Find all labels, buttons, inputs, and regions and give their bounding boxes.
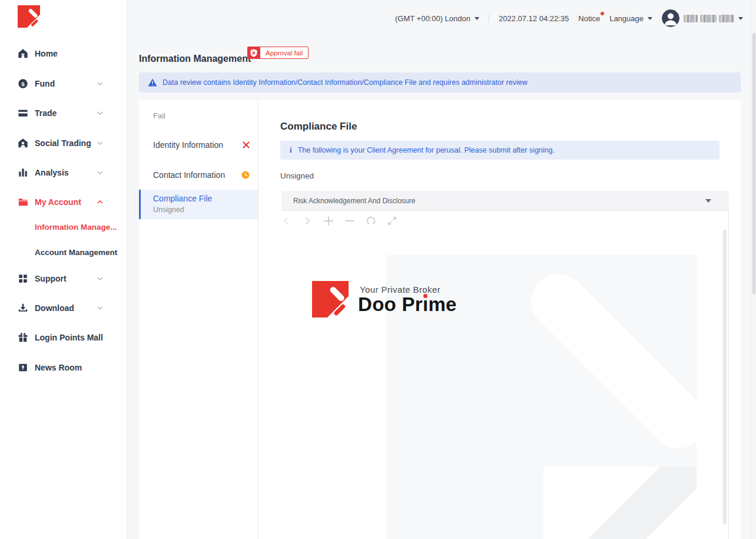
chevron-down-icon: [97, 111, 103, 115]
sidebar: Home $ Fund Trade Social Trading Analysi…: [0, 0, 127, 539]
chevron-up-icon: [97, 200, 103, 204]
caret-down-icon: [648, 17, 652, 20]
caret-down-icon: [705, 199, 711, 203]
sidebar-item-social-trading[interactable]: Social Trading: [18, 137, 121, 150]
review-nav-label: Contact Information: [153, 170, 225, 180]
sidebar-item-label: News Room: [35, 363, 82, 372]
sidebar-item-download[interactable]: Download: [18, 302, 121, 315]
pdf-brand-name: Doo Prıme: [358, 293, 457, 316]
review-nav-sublabel: Unsigned: [153, 206, 184, 214]
user-name-redacted: [684, 15, 734, 22]
warning-triangle-icon: [148, 78, 157, 87]
review-nav-label: Identity Information: [153, 140, 223, 150]
sidebar-item-trade[interactable]: Trade: [18, 107, 121, 120]
sidebar-item-label: Social Trading: [35, 138, 91, 148]
sidebar-item-label: Fund: [35, 79, 55, 88]
sidebar-item-label: Trade: [35, 108, 57, 118]
notice-label: Notice: [578, 14, 600, 23]
divider: [258, 100, 258, 539]
review-nav-contact-information[interactable]: Contact Information: [139, 162, 258, 188]
zoom-in-button[interactable]: [324, 216, 333, 226]
datetime-label: 2022.07.12 04:22:35: [499, 14, 569, 23]
fullscreen-button[interactable]: [387, 216, 397, 226]
pdf-scrollbar-thumb[interactable]: [723, 230, 727, 524]
sidebar-item-support[interactable]: Support: [18, 272, 121, 285]
chevron-down-icon: [97, 277, 103, 280]
language-label: Language: [609, 14, 644, 23]
shield-x-icon: [247, 47, 260, 59]
pdf-toolbar: [281, 212, 397, 230]
home-icon: [18, 48, 28, 59]
review-nav-label: Compliance File: [153, 194, 212, 203]
sidebar-subitem-label: Information Manage...: [35, 223, 117, 232]
notice-link[interactable]: Notice: [578, 14, 600, 23]
watermark-slash: [520, 263, 697, 459]
chevron-down-icon: [97, 141, 103, 145]
sidebar-item-label: Support: [35, 274, 67, 283]
alert-text: Data review contains Identity Informatio…: [163, 78, 528, 87]
sidebar-item-label: Analysis: [35, 168, 69, 177]
red-dot: [423, 294, 427, 298]
info-banner: i The following is your Client Agreement…: [280, 141, 719, 160]
review-nav-compliance-file[interactable]: Compliance File Unsigned: [139, 190, 258, 219]
topbar: (GMT +00:00) London 2022.07.12 04:22:35 …: [127, 0, 743, 37]
approval-fail-badge: Approval fail: [247, 47, 309, 59]
sidebar-item-login-points-mall[interactable]: Login Points Mall: [18, 331, 121, 344]
document-select-value: Risk Acknowledgement And Disclosure: [293, 197, 415, 205]
sidebar-item-analysis[interactable]: Analysis: [18, 166, 121, 179]
watermark-slash: [563, 467, 697, 539]
sidebar-subitem-account-management[interactable]: Account Management: [35, 246, 117, 258]
next-page-button[interactable]: [303, 216, 312, 226]
caret-down-icon: [738, 17, 743, 20]
pdf-viewer-edge: [728, 211, 729, 539]
trade-icon: [18, 108, 28, 118]
chevron-down-icon: [97, 306, 103, 310]
sidebar-item-home[interactable]: Home: [18, 47, 121, 60]
approval-fail-label: Approval fail: [260, 47, 309, 59]
fail-x-icon: [243, 141, 250, 148]
user-menu[interactable]: [662, 9, 743, 27]
page-scrollbar-thumb[interactable]: [752, 33, 755, 295]
info-banner-text: The following is your Client Agreement f…: [298, 146, 555, 154]
gift-icon: [18, 332, 28, 343]
sidebar-item-label: Login Points Mall: [35, 333, 103, 342]
sidebar-item-fund[interactable]: $ Fund: [18, 77, 121, 90]
zoom-out-button[interactable]: [345, 216, 354, 226]
doo-prime-logo-icon[interactable]: [18, 5, 40, 28]
chevron-down-icon: [97, 171, 103, 174]
news-icon: [18, 362, 28, 373]
watermark-notch: [543, 467, 697, 539]
pending-clock-icon: [241, 171, 250, 179]
sidebar-subitem-label: Account Management: [35, 248, 117, 257]
sidebar-item-news-room[interactable]: News Room: [18, 361, 121, 374]
sidebar-item-my-account[interactable]: My Account: [18, 196, 121, 209]
divider: [489, 14, 489, 22]
download-icon: [18, 303, 28, 313]
brand-dotted-i: ı: [423, 293, 428, 315]
caret-down-icon: [475, 17, 479, 20]
doo-prime-logo-icon: [312, 281, 349, 318]
sidebar-subitem-information-management[interactable]: Information Manage...: [35, 221, 117, 233]
info-icon: i: [290, 146, 292, 155]
sidebar-item-label: My Account: [35, 197, 81, 207]
notification-dot: [601, 12, 604, 15]
review-nav-identity-information[interactable]: Identity Information: [139, 132, 258, 158]
avatar: [662, 9, 679, 27]
folder-icon: [18, 197, 28, 207]
sidebar-item-label: Download: [35, 303, 74, 313]
review-status-group-label: Fail: [153, 111, 165, 120]
language-selector[interactable]: Language: [609, 14, 652, 23]
rotate-button[interactable]: [366, 216, 376, 226]
chevron-down-icon: [97, 82, 103, 85]
timezone-selector[interactable]: (GMT +00:00) London: [395, 14, 479, 23]
analysis-icon: [18, 167, 28, 178]
prev-page-button[interactable]: [281, 216, 291, 226]
page-scrollbar-track: [751, 0, 756, 539]
unsigned-section-label: Unsigned: [280, 171, 314, 180]
brand-text: me: [428, 293, 456, 315]
social-trading-icon: [18, 138, 28, 148]
review-alert: Data review contains Identity Informatio…: [139, 72, 741, 92]
compliance-file-title: Compliance File: [280, 121, 357, 133]
document-select[interactable]: Risk Acknowledgement And Disclosure: [281, 191, 729, 211]
support-icon: [18, 273, 28, 284]
